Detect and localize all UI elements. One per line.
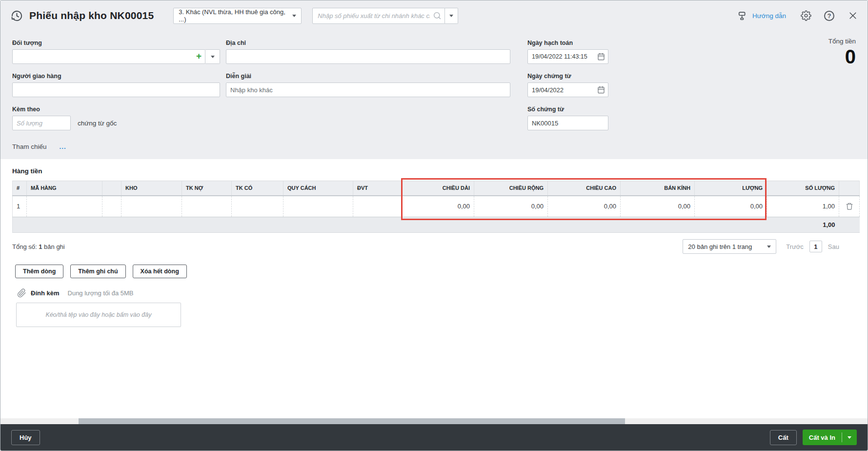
column-header-tk-co: TK CÓ xyxy=(232,181,283,196)
column-header-ban-kinh: BÁN KÍNH xyxy=(621,181,695,196)
add-partner-icon[interactable]: + xyxy=(196,51,202,61)
ngay-hach-toan-input[interactable] xyxy=(527,49,608,64)
row-index-cell: 1 xyxy=(13,196,27,217)
section-title: Hàng tiền xyxy=(0,159,868,175)
transfer-search-combo xyxy=(312,8,458,24)
current-page-input[interactable]: 1 xyxy=(809,241,822,252)
table-row: 1 0,00 0,00 0,00 0,00 0,00 1,00 xyxy=(13,196,860,217)
add-row-button[interactable]: Thêm dòng xyxy=(15,265,63,278)
transfer-search-input[interactable] xyxy=(312,8,445,24)
cell-chieu-dai[interactable]: 0,00 xyxy=(402,196,474,217)
save-and-print-button[interactable]: Cất và In xyxy=(803,430,842,445)
help-icon[interactable]: ? xyxy=(824,11,834,21)
top-bar: Phiếu nhập kho NK00015 3. Khác (NVL thừa… xyxy=(0,0,868,31)
nguoi-giao-hang-input[interactable] xyxy=(12,82,220,97)
column-header-dvt: ĐVT xyxy=(353,181,402,196)
delete-row-icon[interactable] xyxy=(846,202,853,210)
column-header-chieu-dai: CHIỀU DÀI xyxy=(402,181,474,196)
tong-tien-label: Tổng tiền xyxy=(828,38,856,45)
summary-so-luong: 1,00 xyxy=(767,217,839,233)
chevron-down-icon xyxy=(848,436,851,439)
receipt-type-value: 3. Khác (NVL thừa, HH thuê gia công, ...… xyxy=(179,8,292,23)
items-section: Hàng tiền # MÃ HÀNG KHO TK NỢ xyxy=(0,159,868,451)
prev-page-button[interactable]: Trước xyxy=(786,243,804,250)
cell-blank[interactable] xyxy=(102,196,121,217)
total-records: Tổng số: 1 bản ghi xyxy=(12,243,65,250)
cell-tk-co[interactable] xyxy=(232,196,283,217)
save-button[interactable]: Cất xyxy=(770,430,797,445)
chevron-down-icon xyxy=(292,15,296,17)
doi-tuong-input[interactable] xyxy=(12,49,205,64)
warehouse-receipt-dialog: Phiếu nhập kho NK00015 3. Khác (NVL thừa… xyxy=(0,0,868,451)
column-header-so-luong: SỐ LƯỢNG xyxy=(767,181,839,196)
clear-rows-button[interactable]: Xóa hết dòng xyxy=(133,265,187,278)
ngay-chung-tu-input[interactable] xyxy=(527,82,608,97)
cancel-button[interactable]: Hủy xyxy=(11,430,40,445)
column-header-chieu-rong: CHIỀU RỘNG xyxy=(474,181,548,196)
so-chung-tu-input[interactable] xyxy=(527,116,608,130)
page-size-select[interactable]: 20 bản ghi trên 1 trang xyxy=(683,239,776,254)
attachment-hint: Dung lượng tối đa 5MB xyxy=(68,289,134,297)
cell-chieu-rong[interactable]: 0,00 xyxy=(474,196,548,217)
dia-chi-input[interactable] xyxy=(226,49,510,64)
column-header-blank xyxy=(102,181,121,196)
kem-theo-label: Kèm theo xyxy=(12,106,220,113)
footer-bar: Hủy Cất Cất và In xyxy=(0,424,868,451)
tong-tien-value: 0 xyxy=(828,46,856,67)
doi-tuong-dropdown-button[interactable] xyxy=(205,49,220,64)
cell-ma-hang[interactable] xyxy=(27,196,102,217)
column-header-kho: KHO xyxy=(121,181,182,196)
save-and-print-split-button: Cất và In xyxy=(803,430,857,445)
column-header-ma-hang: MÃ HÀNG xyxy=(27,181,102,196)
items-table-wrap: # MÃ HÀNG KHO TK NỢ TK CÓ QUY CÁCH ĐVT C… xyxy=(12,181,859,233)
cell-quy-cach[interactable] xyxy=(283,196,353,217)
cell-dvt[interactable] xyxy=(353,196,402,217)
calendar-icon[interactable] xyxy=(597,86,605,94)
dien-giai-input[interactable] xyxy=(226,82,510,97)
attachment-dropzone[interactable]: Kéo/thả tệp vào đây hoặc bấm vào đây xyxy=(16,303,181,327)
add-note-button[interactable]: Thêm ghi chú xyxy=(70,265,125,278)
close-icon[interactable] xyxy=(848,11,858,20)
dia-chi-label: Địa chỉ xyxy=(226,40,510,46)
column-header-chieu-cao: CHIỀU CAO xyxy=(548,181,621,196)
column-header-actions xyxy=(839,181,860,196)
receipt-form: Đối tượng + Người giao hàng Kèm theo xyxy=(0,31,868,159)
row-actions: Thêm dòng Thêm ghi chú Xóa hết dòng xyxy=(15,265,868,278)
pagination-bar: Tổng số: 1 bản ghi 20 bản ghi trên 1 tra… xyxy=(12,239,839,254)
cell-chieu-cao[interactable]: 0,00 xyxy=(548,196,621,217)
paperclip-icon xyxy=(17,288,26,298)
chevron-down-icon xyxy=(449,15,453,17)
tham-chieu-label: Tham chiếu xyxy=(12,143,47,150)
doi-tuong-label: Đối tượng xyxy=(12,40,220,46)
dien-giai-label: Diễn giải xyxy=(226,73,510,80)
column-header-quy-cach: QUY CÁCH xyxy=(283,181,353,196)
nguoi-giao-hang-label: Người giao hàng xyxy=(12,73,220,80)
attachment-label: Đính kèm xyxy=(31,289,60,297)
cell-luong[interactable]: 0,00 xyxy=(695,196,767,217)
cell-ban-kinh[interactable]: 0,00 xyxy=(621,196,695,217)
ngay-hach-toan-label: Ngày hạch toán xyxy=(527,40,608,46)
kem-theo-quantity-input[interactable] xyxy=(12,116,71,130)
next-page-button[interactable]: Sau xyxy=(828,243,839,250)
ngay-chung-tu-label: Ngày chứng từ xyxy=(527,73,608,80)
signpost-icon xyxy=(738,10,748,21)
save-and-print-dropdown-button[interactable] xyxy=(842,430,857,445)
page-size-value: 20 bản ghi trên 1 trang xyxy=(688,243,752,250)
column-header-tk-no: TK NỢ xyxy=(182,181,232,196)
guide-link[interactable]: Hướng dẫn xyxy=(738,10,786,21)
transfer-search-dropdown-button[interactable] xyxy=(445,8,458,24)
tham-chieu-link[interactable]: ... xyxy=(60,143,66,150)
calendar-icon[interactable] xyxy=(597,53,605,61)
guide-label: Hướng dẫn xyxy=(752,12,786,20)
table-header-row: # MÃ HÀNG KHO TK NỢ TK CÓ QUY CÁCH ĐVT C… xyxy=(13,181,860,196)
attachment-header: Đính kèm Dung lượng tối đa 5MB xyxy=(17,288,868,298)
history-clock-icon xyxy=(10,9,23,22)
horizontal-scrollbar xyxy=(0,418,868,424)
cell-tk-no[interactable] xyxy=(182,196,232,217)
cell-so-luong[interactable]: 1,00 xyxy=(767,196,839,217)
gear-icon[interactable] xyxy=(801,10,811,21)
horizontal-scrollbar-thumb[interactable] xyxy=(79,418,625,424)
receipt-type-select[interactable]: 3. Khác (NVL thừa, HH thuê gia công, ...… xyxy=(173,8,302,24)
so-chung-tu-label: Số chứng từ xyxy=(527,106,608,113)
cell-kho[interactable] xyxy=(121,196,182,217)
